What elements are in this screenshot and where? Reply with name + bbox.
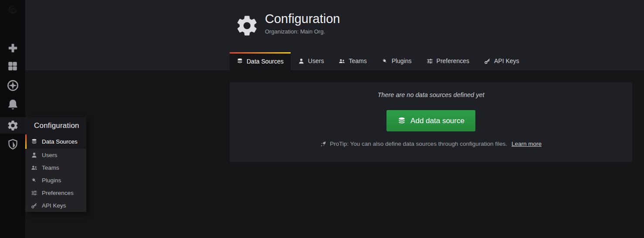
- flyout-item-teams[interactable]: Teams: [25, 161, 86, 174]
- tab-users[interactable]: Users: [291, 52, 332, 70]
- flyout-item-label: Plugins: [42, 177, 61, 184]
- dashboards-grid-icon: [7, 60, 18, 72]
- flyout-item-label: Preferences: [42, 190, 74, 196]
- page-header: Configuration Organization: Main Org.: [235, 12, 340, 37]
- sliders-icon: [427, 58, 433, 64]
- tab-data-sources[interactable]: Data Sources: [230, 52, 291, 70]
- flyout-item-list: Data Sources Users Teams Plugins Prefere…: [25, 134, 86, 212]
- flyout-item-plugins[interactable]: Plugins: [25, 174, 86, 187]
- empty-state-message: There are no data sources defined yet: [377, 91, 484, 98]
- user-icon: [31, 152, 37, 158]
- sidebar-item-explore[interactable]: [0, 79, 25, 92]
- plug-icon: [31, 177, 37, 184]
- users-icon: [339, 58, 345, 64]
- sidebar-item-alerting[interactable]: [0, 98, 25, 111]
- flyout-item-label: API Keys: [42, 202, 66, 209]
- flyout-item-data-sources[interactable]: Data Sources: [25, 134, 86, 149]
- tab-label: API Keys: [494, 57, 519, 64]
- flyout-item-label: Teams: [42, 164, 59, 171]
- tab-bar: Data Sources Users Teams Plugins Prefere…: [230, 52, 527, 70]
- configuration-gear-icon: [7, 120, 19, 131]
- tab-plugins[interactable]: Plugins: [374, 52, 419, 70]
- database-icon: [31, 138, 37, 145]
- rocket-icon: [320, 141, 326, 147]
- sidebar: [0, 0, 25, 238]
- protip-row: ProTip: You can also define data sources…: [320, 141, 542, 147]
- sliders-icon: [31, 190, 37, 196]
- gear-icon: [235, 14, 259, 37]
- tab-teams[interactable]: Teams: [331, 52, 374, 70]
- sidebar-item-configuration[interactable]: [0, 117, 25, 134]
- shield-icon: [7, 138, 19, 150]
- page-subtitle: Organization: Main Org.: [265, 28, 340, 35]
- tab-label: Plugins: [392, 57, 412, 64]
- database-icon: [397, 117, 406, 125]
- tab-label: Users: [308, 57, 324, 64]
- flyout-item-preferences[interactable]: Preferences: [25, 187, 86, 199]
- key-icon: [484, 58, 491, 64]
- plug-icon: [382, 58, 388, 64]
- explore-compass-icon: [7, 79, 19, 92]
- tab-preferences[interactable]: Preferences: [419, 52, 477, 70]
- sidebar-item-create[interactable]: [0, 42, 25, 54]
- protip-text: ProTip: You can also define data sources…: [330, 141, 507, 147]
- sidebar-item-server-admin[interactable]: [0, 137, 25, 151]
- plus-icon: [7, 42, 19, 54]
- database-icon: [237, 58, 243, 64]
- alerting-bell-icon: [7, 98, 19, 111]
- flyout-item-api-keys[interactable]: API Keys: [25, 199, 86, 212]
- user-icon: [298, 58, 305, 64]
- grafana-app: Configuration Data Sources Users Teams P…: [0, 0, 644, 238]
- sidebar-item-dashboards[interactable]: [0, 60, 25, 72]
- page-header-band: Configuration Organization: Main Org. Da…: [25, 0, 644, 70]
- flyout-item-label: Data Sources: [42, 138, 78, 145]
- grafana-logo-icon[interactable]: [5, 2, 20, 17]
- data-sources-panel: There are no data sources defined yet Ad…: [230, 82, 632, 162]
- flyout-title[interactable]: Configuration: [25, 117, 86, 134]
- add-data-source-button[interactable]: Add data source: [386, 110, 475, 131]
- page-title: Configuration: [265, 12, 340, 26]
- tab-label: Data Sources: [247, 58, 284, 65]
- flyout-item-label: Users: [42, 152, 57, 158]
- key-icon: [31, 202, 37, 209]
- tab-label: Teams: [349, 57, 366, 64]
- tab-label: Preferences: [437, 57, 469, 64]
- add-data-source-button-label: Add data source: [410, 117, 464, 125]
- configuration-flyout-menu: Configuration Data Sources Users Teams P…: [25, 117, 86, 212]
- users-icon: [31, 164, 37, 171]
- learn-more-link[interactable]: Learn more: [512, 141, 542, 147]
- flyout-item-users[interactable]: Users: [25, 149, 86, 161]
- tab-api-keys[interactable]: API Keys: [477, 52, 527, 70]
